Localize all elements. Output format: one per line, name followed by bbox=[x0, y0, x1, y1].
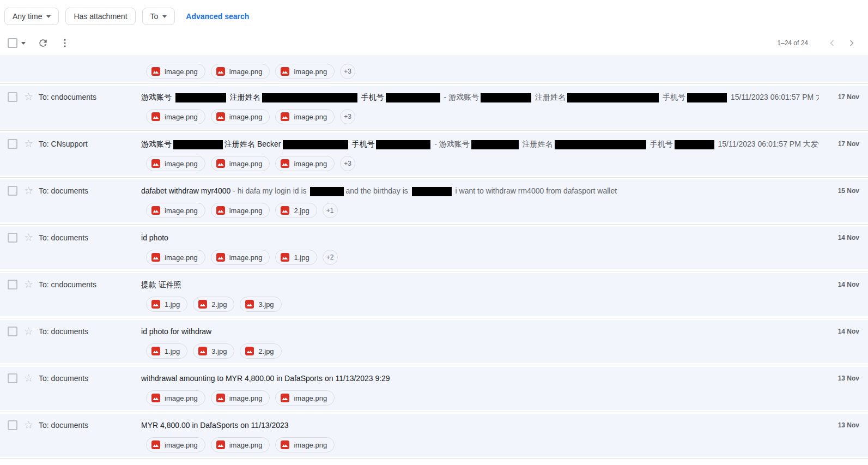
filter-has-attachment-label: Has attachment bbox=[74, 12, 127, 21]
attachment-chip[interactable]: image.png bbox=[146, 156, 205, 171]
row-checkbox[interactable] bbox=[8, 420, 17, 430]
mail-row[interactable]: ☆To: documentsMYR 4,800.00 in DafaSports… bbox=[0, 414, 868, 457]
newer-page-button[interactable] bbox=[822, 33, 842, 53]
attachment-filename: image.png bbox=[294, 160, 327, 168]
image-attachment-icon bbox=[281, 206, 289, 215]
star-icon[interactable]: ☆ bbox=[24, 279, 33, 290]
advanced-search-link[interactable]: Advanced search bbox=[186, 12, 249, 21]
star-icon[interactable]: ☆ bbox=[24, 185, 33, 196]
attachment-chip[interactable]: 3.jpg bbox=[240, 297, 281, 312]
attachment-chip[interactable]: image.png bbox=[146, 437, 205, 452]
filter-has-attachment[interactable]: Has attachment bbox=[65, 8, 135, 25]
attachment-chip[interactable]: 2.jpg bbox=[193, 297, 234, 312]
attachment-chip[interactable]: image.png bbox=[275, 109, 335, 124]
attachment-filename: 1.jpg bbox=[294, 253, 309, 262]
star-icon[interactable]: ☆ bbox=[24, 232, 33, 243]
attachment-chip[interactable]: 3.jpg bbox=[193, 343, 234, 359]
attachment-chip[interactable]: image.png bbox=[211, 156, 270, 171]
attachment-chip[interactable]: image.png bbox=[211, 250, 270, 265]
mail-row-main-line: ☆To: cndocuments提款 证件照14 Nov bbox=[0, 277, 868, 292]
snippet-text: 手机号 bbox=[660, 93, 685, 101]
attachment-chip[interactable]: 2.jpg bbox=[275, 203, 317, 218]
date-label: 17 Nov bbox=[819, 93, 868, 101]
mail-row[interactable]: ☆To: CNsupport游戏账号注册姓名 Becker 手机号 - 游戏账号… bbox=[0, 132, 868, 176]
more-attachments-chip[interactable]: +3 bbox=[340, 156, 355, 171]
image-attachment-icon bbox=[281, 440, 289, 449]
attachment-chip[interactable]: image.png bbox=[275, 390, 335, 406]
attachment-chip[interactable]: image.png bbox=[275, 156, 335, 171]
attachment-chip[interactable]: 1.jpg bbox=[146, 297, 187, 312]
attachment-filename: 2.jpg bbox=[258, 347, 274, 355]
refresh-icon bbox=[38, 38, 48, 49]
attachment-chip[interactable]: 1.jpg bbox=[275, 250, 317, 265]
mail-row[interactable]: ☆To: documentsid photo for withdraw14 No… bbox=[0, 320, 868, 363]
attachment-chip[interactable]: 2.jpg bbox=[240, 343, 281, 359]
refresh-button[interactable] bbox=[34, 34, 52, 52]
subject-snippet: 游戏账号注册姓名 Becker 手机号 - 游戏账号 注册姓名 手机号 15/1… bbox=[141, 137, 819, 151]
subject-text: 提款 证件照 bbox=[141, 280, 181, 289]
attachment-chip[interactable]: image.png bbox=[211, 203, 270, 218]
attachment-chip[interactable]: image.png bbox=[146, 250, 205, 265]
redacted-text bbox=[376, 140, 430, 149]
row-checkbox[interactable] bbox=[8, 280, 17, 289]
star-icon[interactable]: ☆ bbox=[24, 420, 33, 431]
mail-row[interactable]: ☆To: documentswithdrawal amounting to MY… bbox=[0, 367, 868, 410]
attachment-chip[interactable]: 1.jpg bbox=[146, 343, 187, 359]
mail-row[interactable]: ☆To: documentsdafabet withdraw myr4000 -… bbox=[0, 179, 868, 222]
row-divider bbox=[0, 82, 868, 86]
row-checkbox[interactable] bbox=[8, 186, 17, 196]
row-checkbox[interactable] bbox=[8, 373, 17, 383]
attachment-chip[interactable]: image.png bbox=[211, 64, 270, 79]
select-dropdown-button[interactable] bbox=[17, 34, 29, 52]
star-icon[interactable]: ☆ bbox=[24, 138, 33, 149]
attachment-chips: image.pngimage.pngimage.png bbox=[146, 437, 868, 452]
more-attachments-chip[interactable]: +3 bbox=[340, 109, 355, 124]
redacted-text bbox=[567, 93, 659, 102]
attachment-chip[interactable]: image.png bbox=[211, 437, 270, 452]
filter-any-time[interactable]: Any time bbox=[4, 8, 59, 25]
attachment-chips: image.pngimage.pngimage.png bbox=[146, 390, 868, 406]
row-checkbox[interactable] bbox=[8, 327, 17, 336]
attachment-chip[interactable]: image.png bbox=[146, 64, 205, 79]
mail-row[interactable]: image.pngimage.pngimage.png+3 bbox=[0, 56, 868, 82]
recipient-label: To: documents bbox=[39, 233, 141, 242]
attachment-chip[interactable]: image.png bbox=[146, 109, 205, 124]
mail-row-main-line: ☆To: documentswithdrawal amounting to MY… bbox=[0, 371, 868, 385]
attachment-chip[interactable]: image.png bbox=[211, 390, 270, 406]
image-attachment-icon bbox=[151, 300, 160, 309]
star-icon[interactable]: ☆ bbox=[24, 373, 33, 384]
row-checkbox[interactable] bbox=[8, 233, 17, 243]
attachment-chip[interactable]: image.png bbox=[275, 437, 335, 452]
attachment-chip[interactable]: image.png bbox=[211, 109, 270, 124]
mail-row[interactable]: ☆To: documentsid photo14 Novimage.pngima… bbox=[0, 226, 868, 269]
filter-to[interactable]: To bbox=[142, 8, 175, 25]
subject-text: withdrawal amounting to MYR 4,800.00 in … bbox=[141, 374, 390, 383]
row-checkbox[interactable] bbox=[8, 139, 17, 149]
star-icon[interactable]: ☆ bbox=[24, 92, 33, 102]
attachment-chip[interactable]: image.png bbox=[275, 64, 335, 79]
subject-snippet: 提款 证件照 bbox=[141, 277, 819, 292]
row-checkbox[interactable] bbox=[8, 92, 17, 102]
select-all-checkbox[interactable] bbox=[8, 38, 17, 48]
recipient-label: To: documents bbox=[39, 327, 141, 336]
attachment-chips: image.pngimage.pngimage.png+3 bbox=[146, 64, 868, 79]
attachment-chip[interactable]: image.png bbox=[146, 390, 205, 406]
image-attachment-icon bbox=[281, 112, 289, 121]
subject-text: 手机号 bbox=[359, 93, 384, 101]
image-attachment-icon bbox=[216, 67, 225, 76]
chevron-down-icon bbox=[21, 42, 26, 45]
more-options-button[interactable] bbox=[56, 34, 74, 52]
older-page-button[interactable] bbox=[842, 33, 861, 53]
more-attachments-chip[interactable]: +1 bbox=[323, 203, 338, 218]
star-icon[interactable]: ☆ bbox=[24, 326, 33, 337]
image-attachment-icon bbox=[281, 394, 289, 402]
more-attachments-chip[interactable]: +2 bbox=[323, 250, 338, 265]
mail-row[interactable]: ☆To: cndocuments提款 证件照14 Nov1.jpg2.jpg3.… bbox=[0, 273, 868, 316]
mail-row[interactable]: ☆To: cndocuments游戏账号 注册姓名 手机号 - 游戏账号 注册姓… bbox=[0, 86, 868, 129]
attachment-chip[interactable]: image.png bbox=[146, 203, 205, 218]
more-attachments-chip[interactable]: +3 bbox=[340, 64, 355, 79]
attachment-chips: image.pngimage.pngimage.png+3 bbox=[146, 156, 868, 171]
redacted-text bbox=[412, 187, 452, 196]
snippet-text: 15/11/2023 06:01:57 PM 大发体育提... bbox=[729, 93, 819, 101]
attachment-filename: image.png bbox=[229, 207, 263, 215]
